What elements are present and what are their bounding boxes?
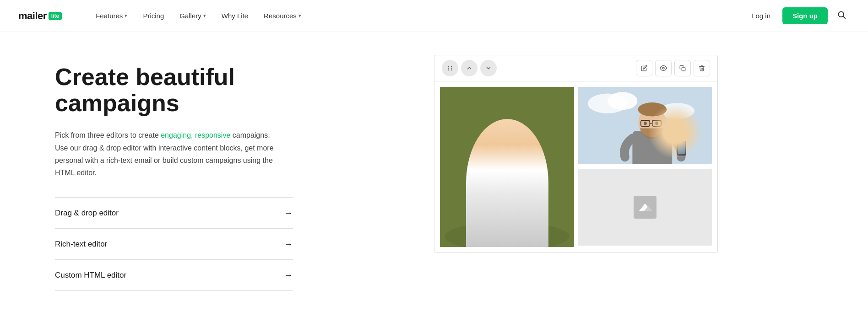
logo-text: mailer [18, 10, 47, 22]
editor-item-html[interactable]: Custom HTML editor → [55, 259, 293, 291]
delete-button[interactable] [694, 60, 710, 76]
svg-rect-16 [481, 212, 531, 225]
drag-icon [446, 64, 454, 72]
eye-icon [660, 64, 667, 72]
navbar: mailer lite Features ▾ Pricing Gallery ▾… [0, 0, 868, 32]
svg-point-36 [644, 122, 647, 125]
nav-links: Features ▾ Pricing Gallery ▾ Why Lite Re… [89, 8, 745, 23]
editor-item-rich-text[interactable]: Rich-text editor → [55, 228, 293, 259]
logo[interactable]: mailer lite [18, 10, 62, 22]
svg-point-19 [502, 215, 507, 220]
svg-rect-9 [682, 67, 685, 71]
svg-line-1 [843, 16, 846, 19]
svg-point-18 [492, 216, 499, 223]
svg-point-23 [511, 166, 515, 170]
editor-list: Drag & drop editor → Rich-text editor → … [55, 197, 293, 291]
arrow-right-icon-3: → [284, 270, 293, 280]
svg-point-6 [451, 68, 452, 69]
svg-point-4 [448, 70, 449, 70]
editor-frame [434, 55, 718, 253]
svg-rect-28 [632, 131, 672, 164]
image-placeholder-icon [634, 196, 656, 219]
svg-rect-15 [478, 225, 533, 228]
svg-point-7 [451, 70, 452, 70]
search-icon [837, 10, 846, 19]
editor-label-html: Custom HTML editor [55, 271, 126, 280]
toolbar-left [442, 60, 497, 76]
editor-label-drag-drop: Drag & drop editor [55, 209, 119, 218]
login-button[interactable]: Log in [745, 8, 777, 23]
svg-point-30 [638, 102, 667, 116]
nav-item-features[interactable]: Features ▾ [89, 8, 134, 23]
svg-rect-34 [652, 120, 662, 126]
nav-item-whylite[interactable]: Why Lite [215, 8, 255, 23]
nav-right: Log in Sign up [745, 6, 850, 25]
person-illustration [440, 87, 574, 247]
main-content: Create beautiful campaigns Pick from thr… [0, 32, 868, 322]
chevron-down-icon-resources: ▾ [298, 13, 301, 19]
nav-label-resources: Resources [264, 12, 297, 20]
svg-point-3 [448, 68, 449, 69]
preview-button[interactable] [655, 60, 672, 76]
svg-point-5 [451, 66, 452, 67]
pencil-icon [641, 65, 647, 71]
chevron-up-icon [466, 65, 472, 71]
nav-item-resources[interactable]: Resources ▾ [257, 8, 308, 23]
svg-point-12 [478, 165, 536, 232]
edit-button[interactable] [636, 60, 652, 76]
arrow-right-icon: → [284, 208, 293, 218]
chevron-down-icon: ▾ [125, 13, 127, 19]
hero-title: Create beautiful campaigns [55, 64, 293, 116]
trash-icon [699, 65, 705, 71]
chevron-down-icon-gallery: ▾ [203, 13, 206, 19]
editor-image-placeholder[interactable] [578, 169, 712, 246]
svg-point-20 [511, 217, 517, 223]
copy-icon [679, 65, 686, 71]
svg-rect-10 [440, 87, 574, 247]
editor-image-grid [434, 81, 717, 252]
toolbar-right [636, 60, 710, 76]
editor-image-left[interactable] [440, 87, 574, 247]
sky-background [578, 87, 712, 164]
svg-point-2 [448, 66, 449, 67]
nav-label-whylite: Why Lite [222, 12, 248, 20]
svg-point-14 [490, 147, 524, 168]
person-illustration-right [578, 87, 712, 164]
svg-rect-31 [677, 141, 686, 156]
nav-item-pricing[interactable]: Pricing [136, 8, 170, 23]
svg-rect-21 [487, 222, 500, 226]
arrow-right-icon-2: → [284, 239, 293, 249]
svg-point-27 [660, 103, 694, 119]
editor-image-right-top[interactable] [578, 87, 712, 164]
move-down-button[interactable] [480, 60, 497, 76]
nav-label-features: Features [96, 12, 123, 20]
svg-point-8 [662, 67, 664, 69]
editor-label-rich-text: Rich-text editor [55, 240, 107, 249]
editor-toolbar [434, 55, 717, 81]
svg-rect-17 [482, 214, 530, 225]
nav-label-pricing: Pricing [143, 12, 164, 20]
svg-point-13 [490, 148, 524, 186]
svg-rect-32 [678, 142, 685, 154]
logo-badge: lite [49, 12, 62, 20]
duplicate-button[interactable] [674, 60, 691, 76]
editor-item-drag-drop[interactable]: Drag & drop editor → [55, 197, 293, 228]
move-up-button[interactable] [461, 60, 477, 76]
chevron-down-icon-toolbar [485, 65, 492, 71]
svg-point-26 [608, 92, 637, 110]
left-column: Create beautiful campaigns Pick from thr… [55, 55, 293, 291]
right-column [320, 55, 831, 253]
person-photo-left [440, 87, 574, 247]
hero-description: Pick from three editors to create engagi… [55, 129, 275, 179]
svg-point-22 [499, 166, 503, 170]
mountain-icon [638, 202, 652, 213]
signup-button[interactable]: Sign up [782, 7, 828, 24]
drag-handle-button[interactable] [442, 60, 458, 76]
search-button[interactable] [833, 6, 850, 25]
nav-label-gallery: Gallery [179, 12, 201, 20]
svg-point-37 [655, 122, 658, 125]
nav-item-gallery[interactable]: Gallery ▾ [173, 8, 212, 23]
link-engaging[interactable]: engaging, responsive [161, 131, 230, 139]
